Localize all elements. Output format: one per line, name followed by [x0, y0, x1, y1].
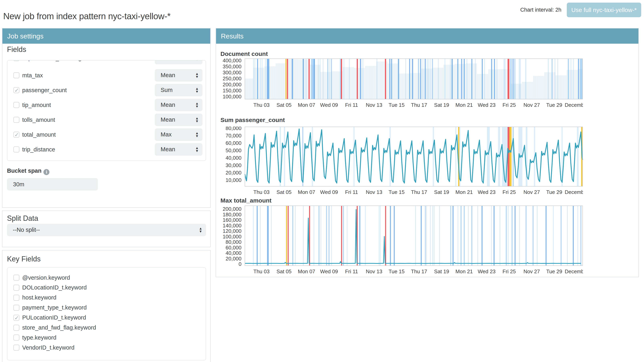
field-checkbox[interactable] [14, 87, 20, 93]
svg-text:200,000: 200,000 [223, 206, 242, 212]
field-checkbox[interactable] [14, 146, 20, 152]
field-checkbox[interactable] [14, 325, 20, 331]
field-checkbox[interactable] [14, 72, 20, 78]
select-arrows-icon: ▲▼ [195, 132, 199, 138]
svg-text:Mon 07: Mon 07 [298, 268, 315, 274]
field-checkbox[interactable] [14, 60, 20, 61]
field-label: tip_amount [22, 102, 51, 108]
chart-title-max-total-amount: Max total_amount [220, 197, 272, 204]
sum-passenger-count-chart: 10,00020,00030,00040,00050,00060,00070,0… [222, 127, 583, 197]
job-settings-header: Job settings [2, 29, 210, 44]
field-checkbox[interactable] [14, 285, 20, 291]
svg-text:Wed 09: Wed 09 [320, 268, 338, 274]
field-checkbox[interactable] [14, 132, 20, 138]
field-row: tip_amountMean▲▼ [8, 98, 206, 112]
svg-text:400,000: 400,000 [223, 59, 242, 64]
info-icon[interactable]: i [44, 169, 50, 175]
field-row: host.keyword [8, 293, 206, 303]
field-label: passenger_count [22, 87, 67, 94]
key-fields-list: @version.keywordDOLocationID_t.keywordho… [7, 267, 206, 360]
svg-text:Nov 27: Nov 27 [523, 102, 540, 108]
split-select[interactable]: --No split-- ▲▼ [7, 224, 206, 236]
aggregation-select[interactable]: Sum▲▼ [155, 84, 202, 96]
field-label: host.keyword [22, 294, 56, 301]
aggregation-select[interactable]: Mean▲▼ [155, 143, 202, 156]
svg-text:December: December [565, 268, 583, 274]
svg-text:Thu 03: Thu 03 [254, 268, 270, 274]
select-arrows-icon: ▲▼ [195, 87, 199, 93]
svg-text:30,000: 30,000 [226, 162, 242, 168]
field-label: PULocationID_t.keyword [22, 314, 86, 321]
field-label: payment_type_t.keyword [22, 304, 87, 311]
use-full-data-button[interactable]: Use full nyc-taxi-yellow-* data [567, 3, 641, 17]
svg-text:Wed 23: Wed 23 [478, 268, 496, 274]
svg-text:Thu 03: Thu 03 [254, 189, 270, 195]
field-checkbox[interactable] [14, 315, 20, 321]
svg-text:100,000: 100,000 [223, 94, 242, 100]
field-label: improvement_surcharge [22, 60, 85, 62]
field-row: trip_distanceMean▲▼ [8, 142, 206, 157]
field-row: type.keyword [8, 332, 206, 342]
field-row: PULocationID_t.keyword [8, 313, 206, 323]
bucket-span-label: Bucket span [7, 167, 42, 174]
field-label: tolls_amount [22, 117, 55, 123]
field-checkbox[interactable] [14, 102, 20, 108]
svg-text:140,000: 140,000 [223, 223, 242, 229]
bucket-span-input[interactable]: 30m [7, 178, 98, 191]
svg-text:100,000: 100,000 [223, 234, 242, 240]
svg-text:Tue 15: Tue 15 [388, 102, 404, 108]
field-row: passenger_countSum▲▼ [8, 83, 206, 98]
svg-text:80,000: 80,000 [226, 127, 242, 131]
svg-text:Tue 15: Tue 15 [388, 189, 404, 195]
svg-text:Fri 25: Fri 25 [502, 102, 516, 108]
svg-text:Mon 07: Mon 07 [298, 102, 315, 108]
field-row: @version.keyword [8, 273, 206, 283]
split-data-heading: Split Data [7, 214, 38, 223]
aggregation-select[interactable]: Mean▲▼ [155, 114, 202, 126]
svg-text:80,000: 80,000 [226, 239, 242, 245]
svg-text:40,000: 40,000 [226, 155, 242, 161]
field-checkbox[interactable] [14, 305, 20, 311]
svg-text:150,000: 150,000 [223, 88, 242, 94]
field-label: VendorID_t.keyword [22, 344, 74, 351]
field-row: total_amountMax▲▼ [8, 127, 206, 142]
split-data-panel: Split Data --No split-- ▲▼ [2, 211, 211, 247]
field-checkbox[interactable] [14, 295, 20, 301]
aggregation-select[interactable]: Mean▲▼ [155, 69, 202, 82]
svg-text:70,000: 70,000 [226, 133, 242, 139]
field-row: VendorID_t.keyword [8, 342, 206, 352]
svg-text:Sat 19: Sat 19 [434, 102, 449, 108]
page-title: New job from index pattern nyc-taxi-yell… [3, 11, 170, 21]
split-select-value: --No split-- [13, 224, 206, 236]
svg-text:Nov 27: Nov 27 [523, 268, 540, 274]
svg-text:300,000: 300,000 [223, 70, 242, 76]
field-checkbox[interactable] [14, 275, 20, 281]
svg-text:Sat 05: Sat 05 [276, 189, 292, 195]
svg-text:Nov 27: Nov 27 [523, 189, 540, 195]
svg-text:10,000: 10,000 [226, 177, 242, 183]
svg-text:Fri 11: Fri 11 [345, 102, 358, 108]
svg-text:Wed 09: Wed 09 [320, 189, 338, 195]
svg-text:0: 0 [239, 261, 242, 267]
field-checkbox[interactable] [14, 334, 20, 340]
svg-text:Sat 05: Sat 05 [276, 102, 292, 108]
svg-text:Nov 13: Nov 13 [366, 102, 382, 108]
max-total-amount-chart: 020,00040,00060,00080,000100,000120,0001… [222, 206, 583, 276]
aggregation-select[interactable]: Mean▲▼ [155, 99, 202, 111]
svg-text:60,000: 60,000 [226, 245, 242, 251]
select-arrows-icon: ▲▼ [195, 117, 199, 123]
field-label: @version.keyword [22, 274, 70, 281]
svg-text:160,000: 160,000 [223, 217, 242, 223]
select-arrows-icon: ▲▼ [195, 72, 199, 78]
field-row: mta_taxMean▲▼ [8, 68, 206, 83]
svg-text:120,000: 120,000 [223, 228, 242, 234]
select-arrows-icon: ▲▼ [195, 102, 199, 108]
svg-text:50,000: 50,000 [226, 147, 242, 153]
aggregation-select[interactable]: Mean▲▼ [155, 60, 202, 64]
field-checkbox[interactable] [14, 117, 20, 123]
field-label: store_and_fwd_flag.keyword [22, 324, 96, 331]
aggregation-select[interactable]: Max▲▼ [155, 128, 202, 141]
svg-text:200,000: 200,000 [223, 82, 242, 88]
results-header: Results [216, 29, 638, 44]
field-checkbox[interactable] [14, 344, 20, 350]
